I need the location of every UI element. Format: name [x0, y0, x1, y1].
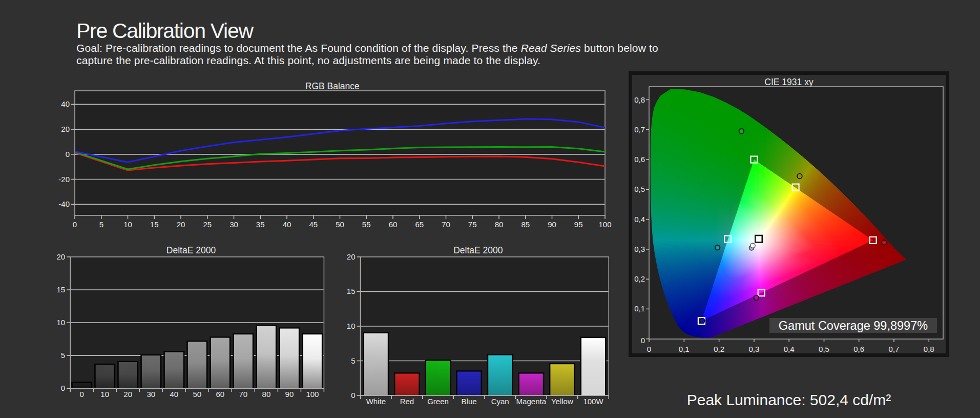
svg-text:Magenta: Magenta [516, 397, 547, 406]
svg-text:0: 0 [641, 336, 645, 345]
svg-text:60: 60 [389, 220, 398, 229]
svg-text:15: 15 [150, 220, 159, 229]
svg-text:10: 10 [100, 390, 109, 399]
svg-text:70: 70 [442, 220, 450, 229]
svg-text:Goal: Pre-calibration readings: Goal: Pre-calibration readings to docume… [76, 42, 658, 54]
svg-text:0,5: 0,5 [634, 185, 645, 193]
svg-text:Pre Calibration View: Pre Calibration View [76, 19, 254, 43]
svg-text:20: 20 [123, 390, 132, 399]
svg-text:DeltaE 2000: DeltaE 2000 [166, 245, 216, 255]
svg-text:Gamut Coverage 99,8997%: Gamut Coverage 99,8997% [779, 319, 928, 332]
svg-text:0,3: 0,3 [748, 345, 759, 353]
svg-text:20: 20 [347, 252, 356, 261]
svg-text:CIE 1931 xy: CIE 1931 xy [764, 77, 814, 87]
svg-text:Green: Green [427, 397, 449, 406]
svg-text:0,3: 0,3 [634, 245, 645, 253]
svg-text:0,7: 0,7 [634, 125, 645, 134]
svg-text:0,4: 0,4 [784, 345, 795, 353]
svg-text:Blue: Blue [462, 397, 477, 406]
svg-text:0,5: 0,5 [819, 345, 829, 353]
svg-text:10: 10 [123, 220, 132, 229]
svg-text:100W: 100W [583, 397, 603, 406]
svg-text:RGB Balance: RGB Balance [305, 81, 360, 91]
svg-text:80: 80 [262, 390, 271, 399]
svg-text:-40: -40 [58, 200, 70, 208]
svg-text:0,8: 0,8 [634, 95, 645, 104]
svg-text:90: 90 [548, 220, 556, 229]
svg-text:0: 0 [80, 390, 84, 399]
svg-text:20: 20 [61, 125, 70, 133]
svg-text:50: 50 [193, 390, 201, 399]
svg-text:40: 40 [283, 220, 291, 229]
svg-text:75: 75 [468, 220, 477, 229]
svg-text:0,6: 0,6 [853, 345, 864, 353]
svg-text:Red: Red [400, 397, 414, 406]
svg-text:40: 40 [170, 390, 178, 399]
svg-text:0,4: 0,4 [634, 215, 645, 224]
svg-text:5: 5 [351, 356, 355, 365]
svg-text:70: 70 [239, 390, 247, 399]
svg-text:40: 40 [61, 99, 70, 108]
svg-text:45: 45 [309, 220, 318, 229]
svg-text:90: 90 [285, 390, 294, 399]
svg-text:0: 0 [351, 391, 355, 400]
svg-text:0,1: 0,1 [634, 304, 645, 313]
svg-text:30: 30 [147, 390, 155, 399]
svg-text:20: 20 [57, 252, 66, 261]
svg-text:0,8: 0,8 [924, 345, 934, 353]
svg-text:35: 35 [256, 220, 265, 229]
svg-text:0: 0 [66, 150, 70, 158]
svg-text:10: 10 [347, 322, 356, 330]
svg-text:50: 50 [336, 220, 344, 229]
svg-text:White: White [366, 397, 386, 406]
svg-text:80: 80 [495, 220, 504, 229]
svg-text:100: 100 [306, 390, 319, 399]
svg-text:10: 10 [57, 318, 66, 327]
svg-text:55: 55 [362, 220, 371, 229]
svg-text:0,2: 0,2 [714, 345, 724, 353]
svg-text:0: 0 [73, 220, 77, 229]
svg-text:15: 15 [347, 287, 356, 295]
svg-text:95: 95 [574, 220, 583, 229]
svg-text:20: 20 [177, 220, 185, 229]
svg-text:Cyan: Cyan [491, 397, 509, 406]
svg-text:Yellow: Yellow [551, 397, 573, 406]
svg-text:0: 0 [647, 345, 651, 353]
svg-text:0,2: 0,2 [634, 274, 645, 283]
svg-text:capture the pre-calibration re: capture the pre-calibration readings. At… [76, 54, 540, 66]
svg-text:15: 15 [57, 285, 66, 294]
svg-text:5: 5 [61, 351, 65, 360]
svg-text:0,1: 0,1 [679, 345, 690, 353]
svg-text:65: 65 [415, 220, 424, 229]
svg-text:Peak Luminance: 502,4 cd/m²: Peak Luminance: 502,4 cd/m² [687, 391, 891, 408]
svg-text:0,7: 0,7 [889, 345, 900, 353]
svg-text:30: 30 [230, 220, 238, 229]
svg-text:0,6: 0,6 [634, 155, 645, 164]
svg-text:0: 0 [61, 384, 65, 392]
svg-text:-20: -20 [58, 175, 70, 184]
svg-text:5: 5 [99, 220, 103, 229]
svg-text:60: 60 [216, 390, 224, 399]
svg-text:DeltaE 2000: DeltaE 2000 [453, 245, 503, 255]
svg-text:25: 25 [203, 220, 212, 229]
svg-text:100: 100 [598, 220, 611, 229]
svg-text:85: 85 [521, 220, 530, 229]
